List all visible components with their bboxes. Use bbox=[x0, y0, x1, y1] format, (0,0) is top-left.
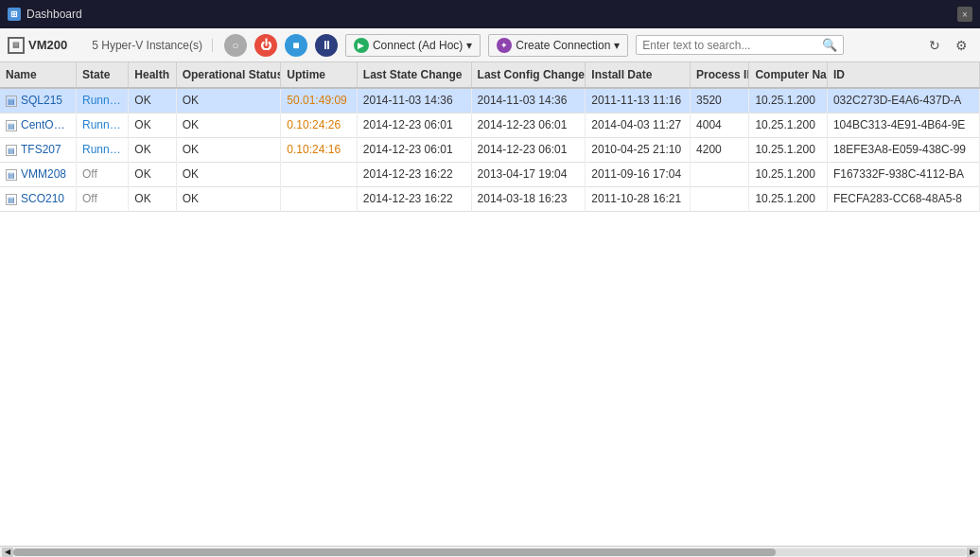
col-header-name[interactable]: Name bbox=[0, 62, 77, 88]
cell-id: F167332F-938C-4112-BA bbox=[827, 162, 979, 186]
cell-pid: 4200 bbox=[691, 137, 749, 162]
cell-state: Running bbox=[77, 88, 129, 113]
vm-icon: ▤ bbox=[8, 37, 25, 54]
cell-uptime bbox=[281, 162, 358, 186]
toolbar-right-icons: ↻ ⚙ bbox=[923, 34, 972, 57]
cell-last-config: 2014-12-23 06:01 bbox=[471, 113, 586, 137]
search-box[interactable]: 🔍 bbox=[636, 35, 844, 55]
table-header-row: Name State Health Operational Status Upt… bbox=[0, 62, 980, 88]
cell-computer: 10.25.1.200 bbox=[749, 113, 828, 137]
connect-chevron: ▾ bbox=[466, 39, 472, 52]
title-bar-label: Dashboard bbox=[26, 8, 952, 21]
connect-icon: ▶ bbox=[354, 38, 369, 53]
search-input[interactable] bbox=[642, 39, 822, 52]
row-vm-icon: ▤ bbox=[6, 96, 17, 107]
scroll-right-arrow[interactable]: ▶ bbox=[967, 548, 978, 557]
vm-name: VM200 bbox=[28, 38, 67, 52]
cell-id: 18EFE3A8-E059-438C-99 bbox=[827, 137, 979, 162]
save-button[interactable]: ■ bbox=[285, 34, 307, 57]
col-header-opstatus[interactable]: Operational Status bbox=[176, 62, 281, 88]
create-label: Create Connection bbox=[516, 39, 610, 52]
cell-install-date: 2011-09-16 17:04 bbox=[586, 162, 691, 186]
col-header-state[interactable]: State bbox=[77, 62, 129, 88]
col-header-install[interactable]: Install Date bbox=[586, 62, 691, 88]
cell-name: ▤SQL215 bbox=[0, 88, 77, 113]
scrollbar-track[interactable] bbox=[13, 548, 967, 556]
cell-last-config: 2014-03-18 16:23 bbox=[471, 186, 586, 211]
connect-adhoc-button[interactable]: ▶ Connect (Ad Hoc) ▾ bbox=[345, 34, 481, 57]
cell-last-state: 2014-12-23 06:01 bbox=[357, 137, 471, 162]
title-bar: ⊞ Dashboard × bbox=[0, 0, 980, 28]
horizontal-scrollbar[interactable]: ◀ ▶ bbox=[0, 546, 980, 557]
cell-pid: 4004 bbox=[691, 113, 749, 137]
close-button[interactable]: × bbox=[957, 7, 972, 22]
cell-id: FECFA283-CC68-48A5-8 bbox=[827, 186, 979, 211]
cell-last-state: 2014-12-23 16:22 bbox=[357, 186, 471, 211]
create-icon: ✦ bbox=[497, 38, 512, 53]
cell-opstatus: OK bbox=[176, 88, 281, 113]
scroll-left-arrow[interactable]: ◀ bbox=[2, 548, 13, 557]
table-row[interactable]: ▤SCO210 Off OK OK 2014-12-23 16:22 2014-… bbox=[0, 186, 980, 211]
col-header-health[interactable]: Health bbox=[129, 62, 176, 88]
create-chevron: ▾ bbox=[614, 39, 620, 52]
cell-pid bbox=[691, 186, 749, 211]
col-header-last-state[interactable]: Last State Change bbox=[357, 62, 471, 88]
cell-id: 032C273D-E4A6-437D-A bbox=[827, 88, 979, 113]
vm-table: Name State Health Operational Status Upt… bbox=[0, 62, 980, 212]
cell-state: Off bbox=[77, 162, 129, 186]
cell-state: Running bbox=[77, 113, 129, 137]
cell-opstatus: OK bbox=[176, 186, 281, 211]
col-header-computer[interactable]: Computer Name bbox=[749, 62, 828, 88]
cell-uptime: 50.01:49:09 bbox=[281, 88, 358, 113]
cell-opstatus: OK bbox=[176, 113, 281, 137]
cell-id: 104BC313-4E91-4B64-9E bbox=[827, 113, 979, 137]
cell-install-date: 2011-10-28 16:21 bbox=[586, 186, 691, 211]
col-header-last-config[interactable]: Last Config Change bbox=[471, 62, 586, 88]
cell-last-state: 2014-12-23 16:22 bbox=[357, 162, 471, 186]
col-header-id[interactable]: ID bbox=[827, 62, 979, 88]
col-header-pid[interactable]: Process ID bbox=[691, 62, 749, 88]
pause-button[interactable]: ⏸ bbox=[315, 34, 338, 57]
circle-button[interactable]: ○ bbox=[224, 34, 247, 57]
table-row[interactable]: ▤TFS207 Running OK OK 0.10:24:16 2014-12… bbox=[0, 137, 980, 162]
vm-label: ▤ VM200 bbox=[8, 37, 67, 54]
cell-last-state: 2014-11-03 14:36 bbox=[357, 88, 471, 113]
table-row[interactable]: ▤VMM208 Off OK OK 2014-12-23 16:22 2013-… bbox=[0, 162, 980, 186]
cell-health: OK bbox=[129, 88, 176, 113]
cell-name: ▤VMM208 bbox=[0, 162, 77, 186]
search-icon: 🔍 bbox=[822, 38, 837, 52]
cell-health: OK bbox=[129, 186, 176, 211]
connect-label: Connect (Ad Hoc) bbox=[373, 39, 463, 52]
cell-last-state: 2014-12-23 06:01 bbox=[357, 113, 471, 137]
create-connection-button[interactable]: ✦ Create Connection ▾ bbox=[488, 34, 628, 57]
cell-opstatus: OK bbox=[176, 162, 281, 186]
settings-button[interactable]: ⚙ bbox=[950, 34, 972, 57]
cell-opstatus: OK bbox=[176, 137, 281, 162]
row-vm-icon: ▤ bbox=[6, 194, 17, 205]
cell-name: ▤CentOS5.10 bbox=[0, 113, 77, 137]
cell-state: Running bbox=[77, 137, 129, 162]
power-button[interactable]: ⏻ bbox=[254, 34, 277, 57]
row-vm-icon: ▤ bbox=[6, 169, 17, 181]
cell-computer: 10.25.1.200 bbox=[749, 88, 828, 113]
toolbar: ▤ VM200 5 Hyper-V Instance(s) ○ ⏻ ■ ⏸ ▶ … bbox=[0, 28, 980, 62]
cell-state: Off bbox=[77, 186, 129, 211]
cell-pid: 3520 bbox=[691, 88, 749, 113]
content-area: Name State Health Operational Status Upt… bbox=[0, 62, 980, 546]
table-row[interactable]: ▤SQL215 Running OK OK 50.01:49:09 2014-1… bbox=[0, 88, 980, 113]
instance-count: 5 Hyper-V Instance(s) bbox=[82, 39, 213, 52]
main-area: ▤ VM200 5 Hyper-V Instance(s) ○ ⏻ ■ ⏸ ▶ … bbox=[0, 28, 980, 557]
cell-install-date: 2014-04-03 11:27 bbox=[586, 113, 691, 137]
table-row[interactable]: ▤CentOS5.10 Running OK OK 0.10:24:26 201… bbox=[0, 113, 980, 137]
cell-uptime bbox=[281, 186, 358, 211]
cell-computer: 10.25.1.200 bbox=[749, 137, 828, 162]
cell-computer: 10.25.1.200 bbox=[749, 162, 828, 186]
dashboard-icon: ⊞ bbox=[8, 8, 21, 21]
cell-last-config: 2013-04-17 19:04 bbox=[471, 162, 586, 186]
cell-last-config: 2014-12-23 06:01 bbox=[471, 137, 586, 162]
scrollbar-thumb[interactable] bbox=[13, 548, 776, 556]
cell-health: OK bbox=[129, 137, 176, 162]
col-header-uptime[interactable]: Uptime bbox=[281, 62, 358, 88]
refresh-button[interactable]: ↻ bbox=[923, 34, 946, 57]
cell-pid bbox=[691, 162, 749, 186]
